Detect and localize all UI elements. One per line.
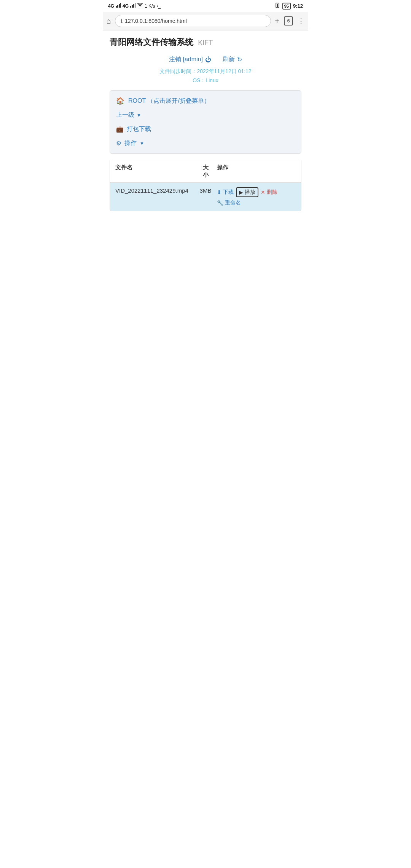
sync-time-label: 文件同步时间：2022年11月12日 01:12 — [159, 68, 251, 74]
browser-actions: + 6 ⋮ — [275, 16, 304, 26]
rename-icon: 🔧 — [217, 200, 223, 206]
rename-label: 重命名 — [225, 199, 241, 206]
file-table: 文件名 大 小 操作 VID_20221111_232429.mp4 3MB ⬇… — [110, 160, 301, 211]
table-row: VID_20221111_232429.mp4 3MB ⬇ 下载 ▶ 播放 ✕ … — [110, 183, 301, 211]
svg-rect-0 — [116, 6, 117, 8]
gear-icon: ⚙ — [116, 140, 121, 147]
info-icon: ℹ — [121, 18, 123, 24]
time-display: 9:12 — [293, 3, 303, 9]
home-icon: 🏠 — [116, 97, 124, 105]
more-menu-button[interactable]: ⋮ — [298, 17, 304, 25]
power-icon: ⏻ — [205, 56, 211, 63]
svg-rect-1 — [117, 5, 118, 8]
file-table-header: 文件名 大 小 操作 — [110, 160, 301, 183]
signal-bars-1 — [116, 3, 121, 9]
delete-label: 删除 — [267, 189, 277, 196]
battery-display: 95 — [282, 3, 291, 10]
browser-home-button[interactable]: ⌂ — [107, 17, 111, 26]
refresh-button[interactable]: 刷新 ↻ — [223, 56, 242, 64]
svg-rect-9 — [277, 4, 278, 7]
play-icon: ▶ — [239, 189, 243, 195]
delete-button[interactable]: ✕ 删除 — [261, 189, 277, 196]
logout-label: 注销 [admin] — [169, 56, 203, 64]
refresh-label: 刷新 — [223, 56, 235, 64]
rename-button[interactable]: 🔧 重命名 — [217, 199, 296, 206]
svg-rect-2 — [119, 4, 120, 8]
user-actions: 注销 [admin] ⏻ 刷新 ↻ — [110, 56, 301, 64]
file-size: 3MB — [194, 187, 217, 194]
status-left: 4G 4G 1 K/s — [108, 3, 161, 9]
vibrate-icon — [275, 2, 280, 10]
app-title-text: 青阳网络文件传输系统 — [110, 37, 193, 47]
terminal-icon: ›_ — [156, 3, 161, 9]
root-header[interactable]: 🏠 ROOT （点击展开/折叠菜单） — [116, 97, 295, 105]
wifi-icon — [137, 3, 143, 9]
briefcase-icon: 💼 — [116, 126, 124, 133]
file-browser-panel: 🏠 ROOT （点击展开/折叠菜单） 上一级 ▼ 💼 打包下载 ⚙ 操作 ▼ — [110, 90, 301, 154]
download-icon: ⬇ — [217, 189, 221, 195]
parent-nav-item[interactable]: 上一级 ▼ — [116, 111, 295, 119]
svg-rect-6 — [133, 4, 134, 8]
refresh-icon: ↻ — [237, 56, 242, 63]
logout-button[interactable]: 注销 [admin] ⏻ — [169, 56, 211, 64]
sync-info: 文件同步时间：2022年11月12日 01:12 — [110, 68, 301, 75]
page-content: 青阳网络文件传输系统 KIFT 注销 [admin] ⏻ 刷新 ↻ 文件同步时间… — [103, 30, 308, 217]
app-subtitle: KIFT — [198, 39, 213, 46]
svg-rect-5 — [132, 5, 133, 8]
signal-bars-2 — [130, 3, 135, 9]
browser-chrome: ⌂ ℹ 127.0.0.1:8080/home.html + 6 ⋮ — [103, 12, 308, 30]
play-button[interactable]: ▶ 播放 — [236, 187, 258, 197]
parent-arrow-icon: ▼ — [137, 113, 141, 118]
file-ops: ⬇ 下载 ▶ 播放 ✕ 删除 🔧 重命名 — [217, 187, 296, 206]
ops-arrow-icon: ▼ — [140, 141, 144, 146]
app-title: 青阳网络文件传输系统 KIFT — [110, 37, 301, 48]
col-header-size: 大 小 — [194, 164, 217, 179]
signal-4g-1: 4G — [108, 3, 114, 9]
delete-icon: ✕ — [261, 189, 265, 195]
status-right: 95 9:12 — [275, 2, 303, 10]
add-tab-button[interactable]: + — [275, 17, 279, 26]
play-label: 播放 — [245, 189, 255, 196]
col-header-name: 文件名 — [115, 164, 194, 179]
svg-rect-3 — [120, 3, 121, 8]
col-header-ops: 操作 — [217, 164, 296, 179]
address-bar[interactable]: ℹ 127.0.0.1:8080/home.html — [115, 15, 271, 27]
ops-label: 操作 — [124, 139, 137, 147]
os-info: OS：Linux — [110, 77, 301, 84]
status-bar: 4G 4G 1 K/s — [103, 0, 308, 12]
download-label: 下载 — [223, 189, 234, 196]
svg-rect-7 — [135, 3, 135, 8]
url-text: 127.0.0.1:8080/home.html — [125, 18, 187, 24]
root-label: ROOT （点击展开/折叠菜单） — [128, 97, 210, 105]
tab-count-button[interactable]: 6 — [284, 16, 293, 26]
svg-rect-4 — [130, 6, 131, 8]
parent-label: 上一级 — [116, 111, 134, 119]
os-label: OS：Linux — [193, 77, 218, 83]
operations-item[interactable]: ⚙ 操作 ▼ — [116, 139, 295, 147]
signal-4g-2: 4G — [123, 3, 129, 9]
file-name: VID_20221111_232429.mp4 — [115, 187, 194, 194]
network-speed: 1 K/s — [145, 3, 155, 9]
pack-download-item[interactable]: 💼 打包下载 — [116, 125, 295, 133]
pack-download-label: 打包下载 — [127, 125, 151, 133]
download-button[interactable]: ⬇ 下载 — [217, 189, 234, 196]
